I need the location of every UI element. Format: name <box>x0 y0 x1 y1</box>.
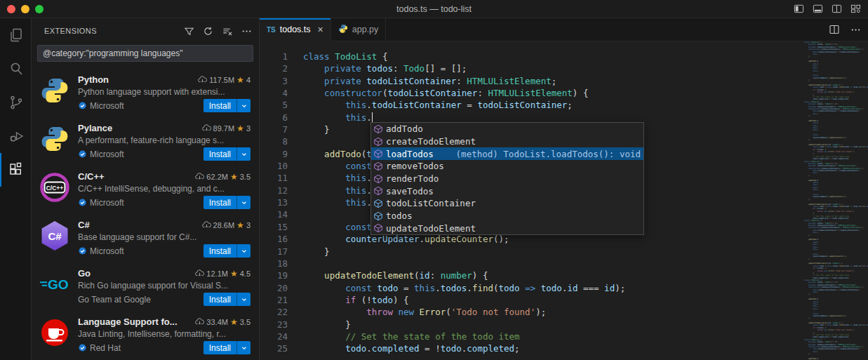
filter-icon[interactable] <box>184 26 194 36</box>
symbol-method-icon <box>373 186 383 196</box>
suggestion-updateTodoElement[interactable]: updateTodoElement <box>371 222 643 235</box>
code-token <box>303 149 324 159</box>
editor[interactable]: 1class TodoList {2 private todos: Todo[]… <box>260 41 868 360</box>
code-token <box>303 283 345 293</box>
code-line[interactable]: 24 // Set the state of the todo item <box>260 331 801 342</box>
symbol-field-icon <box>373 211 383 221</box>
extension-pylance[interactable]: Pylance 89.7M ★ 3 A performant, feature-… <box>32 117 259 166</box>
code-text: this. <box>288 185 372 196</box>
more-actions-icon[interactable] <box>850 25 861 35</box>
code-token <box>399 63 404 74</box>
code-line[interactable]: 19 updateTodoElement(id: number) { <box>260 269 801 281</box>
code-text: private todoListContainer: HTMLUListElem… <box>288 75 556 87</box>
install-button[interactable]: Install <box>203 341 236 354</box>
code-line[interactable]: 20 const todo = this.todos.find(todo => … <box>260 282 801 294</box>
extension-go[interactable]: GO Go 12.1M ★ 4.5 Rich Go language suppo… <box>32 262 259 311</box>
suggestion-saveTodos[interactable]: saveTodos <box>371 185 643 197</box>
extension-c-[interactable]: C# C# 28.6M ★ 3 Base language support fo… <box>32 214 259 262</box>
extension-c-c-[interactable]: C/C++ C/C++ 62.2M ★ 3.5 C/C++ IntelliSen… <box>32 166 259 214</box>
code-line[interactable]: 17 } <box>260 246 801 258</box>
line-number: 5 <box>260 99 288 111</box>
symbol-method-icon <box>373 223 383 233</box>
suggestion-label: todos <box>386 211 413 221</box>
suggestion-loadTodos[interactable]: loadTodos (method) TodoList.loadTodos():… <box>371 147 643 160</box>
suggestion-addTodo[interactable]: addTodo <box>371 123 643 135</box>
install-button[interactable]: Install <box>203 244 236 258</box>
suggestion-renderTodo[interactable]: renderTodo <box>371 173 643 185</box>
verified-publisher-icon <box>78 246 87 255</box>
toggle-primary-sidebar-icon[interactable] <box>794 4 804 14</box>
minimap[interactable]: class TodoList { private todos: Todo[] =… <box>801 41 868 360</box>
suggestion-todoListContainer[interactable]: todoListContainer <box>371 197 643 210</box>
tab-app-py[interactable]: app.py <box>331 18 387 41</box>
code-token: . <box>420 234 425 244</box>
code-token: { <box>377 51 387 62</box>
install-button[interactable]: Install <box>203 196 236 209</box>
extension-python[interactable]: Python 117.5M ★ 4 Python language suppor… <box>32 69 259 117</box>
extension-language-support-fo-[interactable]: Language Support fo... 33.4M ★ 3.5 Java … <box>32 311 259 359</box>
customize-layout-icon[interactable] <box>850 4 861 14</box>
code-token: . <box>467 283 472 293</box>
install-button[interactable]: Install <box>203 293 236 306</box>
download-count-icon <box>198 75 207 84</box>
suggestion-todos[interactable]: todos <box>371 210 643 222</box>
verified-publisher-icon <box>78 101 87 110</box>
extensions-sidebar: EXTENSIONS Python 117.5M ★ 4 <box>32 18 260 360</box>
extension-icon <box>40 124 69 154</box>
code-line[interactable]: 18 <box>260 258 801 269</box>
install-dropdown-icon[interactable] <box>236 341 251 354</box>
suggestion-createTodoElement[interactable]: createTodoElement <box>371 135 643 148</box>
code-text: constructor(todoListContainer: HTMLUList… <box>288 87 588 99</box>
rating-value: 4 <box>246 76 251 84</box>
code-token: id <box>567 283 577 293</box>
sidebar-actions <box>184 26 252 36</box>
install-dropdown-icon[interactable] <box>236 147 251 161</box>
code-token: this <box>345 173 366 183</box>
toggle-secondary-sidebar-icon[interactable] <box>832 4 842 14</box>
download-count: 12.1M <box>206 269 228 278</box>
activity-source-control[interactable] <box>0 86 31 119</box>
rating-value: 3.5 <box>240 318 251 326</box>
suggestion-label: saveTodos <box>386 186 434 196</box>
code-token: [] = []; <box>425 63 467 74</box>
activity-extensions[interactable] <box>0 153 31 187</box>
split-editor-icon[interactable] <box>829 24 840 35</box>
line-number: 4 <box>260 87 288 99</box>
clear-search-results-icon[interactable] <box>222 26 233 36</box>
code-line[interactable]: 21 if (!todo) { <box>260 294 801 306</box>
close-tab-icon[interactable]: × <box>318 24 323 35</box>
code-token: = <box>399 283 415 293</box>
install-dropdown-icon[interactable] <box>236 244 251 258</box>
suggestion-removeTodos[interactable]: removeTodos <box>371 160 643 173</box>
tab-todos-ts[interactable]: TS todos.ts × <box>260 18 331 41</box>
more-actions-icon[interactable] <box>241 26 252 36</box>
install-dropdown-icon[interactable] <box>236 293 251 306</box>
extensions-search-input[interactable] <box>37 45 253 62</box>
activity-run-debug[interactable] <box>0 119 31 153</box>
code-token: id <box>420 270 430 281</box>
install-dropdown-icon[interactable] <box>236 196 251 209</box>
code-line[interactable]: 1class TodoList { <box>260 51 801 62</box>
code-line[interactable]: 25 todo.completed = !todo.completed; <box>260 342 801 354</box>
activity-search[interactable] <box>0 52 31 86</box>
tab-label: app.py <box>352 25 379 34</box>
toggle-panel-icon[interactable] <box>813 4 823 14</box>
code-line[interactable]: 23 } <box>260 319 801 331</box>
code-token: } <box>303 319 351 330</box>
publisher-name: Red Hat <box>90 343 121 353</box>
activity-explorer[interactable] <box>0 18 31 52</box>
install-dropdown-icon[interactable] <box>236 99 251 112</box>
code-line[interactable]: 2 private todos: Todo[] = []; <box>260 62 801 74</box>
refresh-icon[interactable] <box>203 26 213 36</box>
code-text: const <box>288 160 377 172</box>
code-text: if (!todo) { <box>288 294 409 306</box>
install-button[interactable]: Install <box>203 147 236 161</box>
code-line[interactable]: 3 private todoListContainer: HTMLUListEl… <box>260 75 801 87</box>
code-line[interactable]: 22 throw new Error('Todo not found'); <box>260 306 801 318</box>
code-token <box>303 173 345 183</box>
code-token: todo <box>377 283 398 293</box>
install-button[interactable]: Install <box>203 99 236 112</box>
code-line[interactable]: 5 this.todoListContainer = todoListConta… <box>260 99 801 111</box>
sidebar-header: EXTENSIONS <box>32 18 259 44</box>
code-line[interactable]: 4 constructor(todoListContainer: HTMLULi… <box>260 87 801 99</box>
